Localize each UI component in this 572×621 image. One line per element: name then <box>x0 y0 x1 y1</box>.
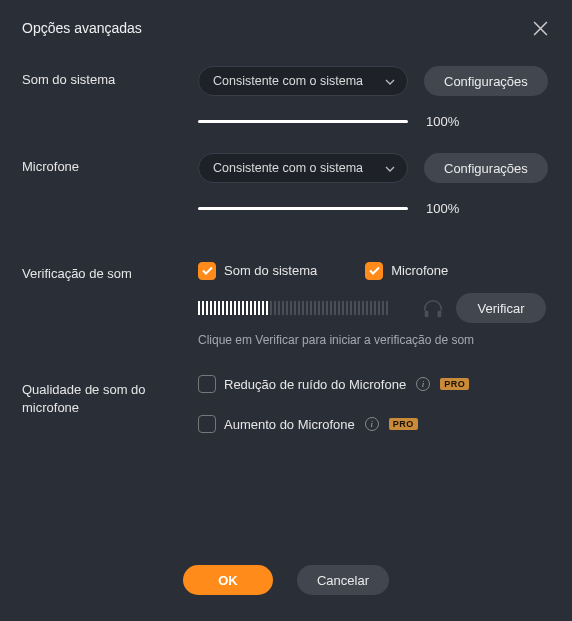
ok-button[interactable]: OK <box>183 565 273 595</box>
microphone-volume-value: 100% <box>426 201 459 216</box>
sound-check-mic-label: Microfone <box>391 263 448 278</box>
sound-check-system-checkbox[interactable]: Som do sistema <box>198 262 317 280</box>
system-sound-volume-slider[interactable] <box>198 120 408 123</box>
sound-check-label: Verificação de som <box>22 260 198 281</box>
noise-reduction-checkbox[interactable]: Redução de ruído do Microfone <box>198 375 406 393</box>
mic-boost-label: Aumento do Microfone <box>224 417 355 432</box>
system-sound-select[interactable]: Consistente com o sistema <box>198 66 408 96</box>
chevron-down-icon <box>385 74 395 88</box>
system-sound-select-value: Consistente com o sistema <box>213 74 363 88</box>
cancel-button[interactable]: Cancelar <box>297 565 389 595</box>
system-sound-label: Som do sistema <box>22 66 198 87</box>
checkbox-on-icon <box>198 262 216 280</box>
sound-check-meter <box>198 300 408 316</box>
sound-check-system-label: Som do sistema <box>224 263 317 278</box>
noise-reduction-label: Redução de ruído do Microfone <box>224 377 406 392</box>
info-icon[interactable]: i <box>365 417 379 431</box>
mic-quality-label: Qualidade de som do microfone <box>22 375 198 416</box>
pro-badge: PRO <box>389 418 418 430</box>
microphone-select-value: Consistente com o sistema <box>213 161 363 175</box>
headphone-icon <box>422 298 442 318</box>
checkbox-off-icon <box>198 415 216 433</box>
system-sound-settings-button[interactable]: Configurações <box>424 66 548 96</box>
dialog-title: Opções avançadas <box>22 20 142 36</box>
microphone-label: Microfone <box>22 153 198 174</box>
info-icon[interactable]: i <box>416 377 430 391</box>
microphone-select[interactable]: Consistente com o sistema <box>198 153 408 183</box>
sound-check-hint: Clique em Verificar para iniciar a verif… <box>198 333 550 347</box>
close-icon <box>533 21 548 36</box>
mic-boost-checkbox[interactable]: Aumento do Microfone <box>198 415 355 433</box>
checkbox-off-icon <box>198 375 216 393</box>
chevron-down-icon <box>385 161 395 175</box>
system-sound-volume-value: 100% <box>426 114 459 129</box>
svg-rect-0 <box>425 311 429 317</box>
checkbox-on-icon <box>365 262 383 280</box>
microphone-settings-button[interactable]: Configurações <box>424 153 548 183</box>
sound-check-verify-button[interactable]: Verificar <box>456 293 546 323</box>
pro-badge: PRO <box>440 378 469 390</box>
svg-rect-1 <box>438 311 442 317</box>
microphone-volume-slider[interactable] <box>198 207 408 210</box>
close-button[interactable] <box>530 18 550 38</box>
sound-check-mic-checkbox[interactable]: Microfone <box>365 262 448 280</box>
